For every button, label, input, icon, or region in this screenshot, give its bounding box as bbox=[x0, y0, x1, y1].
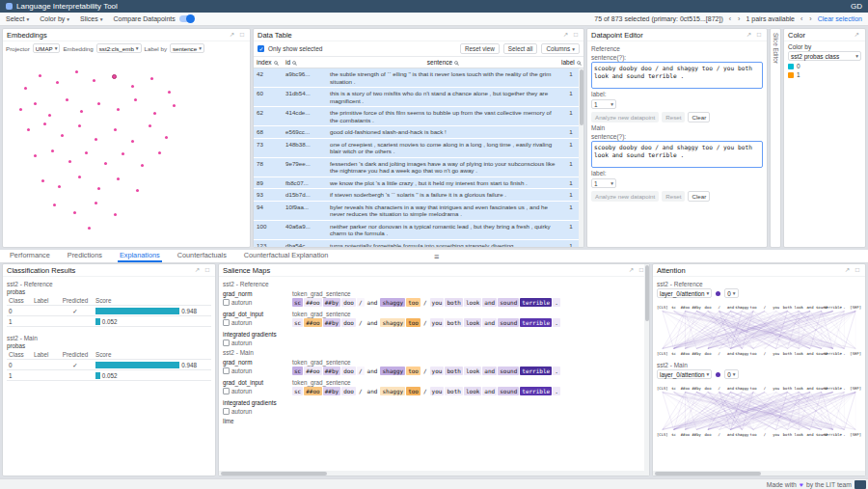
module-expand-icons[interactable]: ↗ □ bbox=[845, 266, 861, 274]
label-by-select[interactable]: sentence▾ bbox=[170, 43, 204, 53]
salience-token[interactable]: doo bbox=[341, 367, 356, 375]
salience-token[interactable]: ##oo bbox=[304, 318, 321, 327]
salience-token[interactable]: too bbox=[406, 367, 420, 375]
salience-token[interactable]: you bbox=[430, 387, 445, 395]
tab-counterfactuals[interactable]: Counterfactuals bbox=[176, 250, 229, 262]
salience-token[interactable]: terrible bbox=[520, 387, 552, 395]
head-select[interactable]: 0▾ bbox=[724, 369, 738, 379]
module-expand-icons[interactable]: ↗ □ bbox=[629, 266, 645, 274]
datapoint[interactable] bbox=[19, 108, 22, 111]
salience-token[interactable]: shaggy bbox=[380, 387, 405, 395]
checkbox-icon[interactable] bbox=[223, 319, 230, 326]
module-expand-icons[interactable]: ↗ □ bbox=[195, 266, 211, 274]
sentence-textarea-reference[interactable]: scooby dooby doo / and shaggy too / you … bbox=[591, 62, 763, 89]
salience-token[interactable]: / bbox=[421, 387, 429, 395]
horizontal-scrollbar[interactable] bbox=[219, 471, 649, 475]
autorun-checkbox[interactable]: autorun bbox=[223, 340, 292, 346]
salience-token[interactable]: / bbox=[421, 298, 429, 307]
salience-token[interactable]: sc bbox=[292, 367, 303, 375]
salience-token[interactable]: you bbox=[430, 367, 445, 375]
salience-token[interactable]: look bbox=[464, 318, 481, 327]
datapoint[interactable] bbox=[114, 213, 117, 216]
datapoint[interactable] bbox=[27, 128, 30, 131]
vertical-scrollbar[interactable] bbox=[579, 68, 583, 247]
table-row[interactable]: 68e569cc...good old-fashioned slash-and-… bbox=[254, 126, 583, 139]
clear-selection-link[interactable]: Clear selection bbox=[818, 15, 862, 22]
salience-token[interactable]: and bbox=[366, 367, 380, 375]
datapoint[interactable] bbox=[168, 91, 171, 94]
tab-predictions[interactable]: Predictions bbox=[66, 250, 104, 262]
salience-token[interactable]: / bbox=[421, 318, 429, 327]
salience-token[interactable]: . bbox=[553, 387, 560, 395]
datapoint[interactable] bbox=[97, 187, 100, 190]
salience-token[interactable]: and bbox=[482, 318, 497, 327]
salience-token[interactable]: . bbox=[553, 367, 560, 375]
salience-token[interactable]: terrible bbox=[520, 367, 552, 375]
table-row[interactable]: 42a9bc96...the subtle strength of `` ell… bbox=[254, 68, 583, 88]
salience-token[interactable]: shaggy bbox=[380, 298, 405, 307]
slice-editor-collapsed-tab[interactable]: Slice Editor bbox=[770, 28, 781, 248]
salience-token[interactable]: sc bbox=[292, 298, 303, 307]
salience-token[interactable]: too bbox=[406, 387, 420, 395]
module-expand-icons[interactable]: ↗ bbox=[854, 31, 861, 39]
next-datapoint-button[interactable]: › bbox=[737, 15, 741, 22]
salience-token[interactable]: sc bbox=[292, 318, 303, 327]
autorun-checkbox[interactable]: autorun bbox=[223, 319, 292, 326]
checkbox-icon[interactable] bbox=[223, 299, 230, 306]
salience-token[interactable]: / bbox=[357, 318, 365, 327]
datapoint[interactable] bbox=[78, 124, 81, 127]
checkbox-icon[interactable] bbox=[223, 408, 230, 415]
datapoint[interactable] bbox=[48, 114, 51, 117]
datapoint[interactable] bbox=[95, 202, 97, 204]
datapoint[interactable] bbox=[75, 70, 78, 73]
reset-view-button[interactable]: Reset view bbox=[460, 43, 500, 54]
datapoint[interactable] bbox=[158, 151, 161, 154]
datapoint[interactable] bbox=[39, 74, 41, 77]
layer-select[interactable]: layer_0/attention▾ bbox=[657, 369, 712, 379]
salience-token[interactable]: both bbox=[445, 318, 462, 327]
salience-token[interactable]: doo bbox=[341, 298, 356, 307]
datapoint[interactable] bbox=[131, 85, 134, 88]
salience-token[interactable]: / bbox=[357, 298, 365, 307]
salience-token[interactable]: ##by bbox=[323, 387, 340, 395]
classification-row[interactable]: 1 0.052 bbox=[7, 316, 211, 327]
embedding-scatter[interactable] bbox=[5, 57, 248, 245]
compare-datapoints-toggle[interactable]: Compare Datapoints bbox=[114, 15, 194, 22]
datapoint[interactable] bbox=[88, 227, 91, 230]
embedding-select[interactable]: sst2:cls_emb▾ bbox=[96, 43, 142, 53]
slices-menu[interactable]: Slices▾ bbox=[80, 15, 102, 22]
user-initials[interactable]: GD bbox=[851, 2, 862, 11]
salience-token[interactable]: and bbox=[482, 367, 497, 375]
salience-token[interactable]: / bbox=[357, 367, 365, 375]
projector-select[interactable]: UMAP▾ bbox=[33, 43, 61, 53]
salience-token[interactable]: both bbox=[445, 367, 462, 375]
module-expand-icons[interactable]: ↗ □ bbox=[563, 31, 580, 39]
autorun-checkbox[interactable]: autorun bbox=[223, 408, 292, 415]
salience-token[interactable]: ##oo bbox=[304, 367, 321, 375]
select-all-button[interactable]: Select all bbox=[503, 43, 538, 54]
search-icon[interactable] bbox=[577, 61, 581, 65]
datapoint[interactable] bbox=[24, 87, 27, 90]
salience-token[interactable]: doo bbox=[341, 387, 356, 395]
select-menu[interactable]: Select▾ bbox=[6, 15, 29, 22]
search-icon[interactable] bbox=[274, 61, 278, 65]
table-row[interactable]: 10040a6a9...neither parker nor donovan i… bbox=[254, 221, 583, 240]
salience-token[interactable]: too bbox=[406, 298, 420, 307]
salience-token[interactable]: doo bbox=[341, 318, 356, 327]
reset-button[interactable]: Reset bbox=[662, 112, 685, 122]
next-pair-button[interactable]: › bbox=[808, 15, 812, 22]
column-header-label[interactable]: label bbox=[561, 59, 575, 66]
vertical-scrollbar[interactable] bbox=[644, 264, 649, 475]
datapoint[interactable] bbox=[51, 149, 54, 152]
autorun-checkbox[interactable]: autorun bbox=[223, 367, 292, 374]
datapoint[interactable] bbox=[136, 189, 139, 192]
datapoint[interactable] bbox=[117, 108, 120, 111]
datapoint[interactable] bbox=[117, 177, 120, 180]
tab-performance[interactable]: Performance bbox=[8, 250, 52, 262]
datapoint[interactable] bbox=[141, 164, 144, 167]
head-select[interactable]: 0▾ bbox=[724, 288, 738, 298]
datapoint[interactable] bbox=[68, 160, 71, 163]
checkbox-icon[interactable] bbox=[223, 340, 230, 346]
toggle-on-icon[interactable] bbox=[179, 15, 194, 22]
salience-token[interactable]: ##by bbox=[323, 367, 340, 375]
